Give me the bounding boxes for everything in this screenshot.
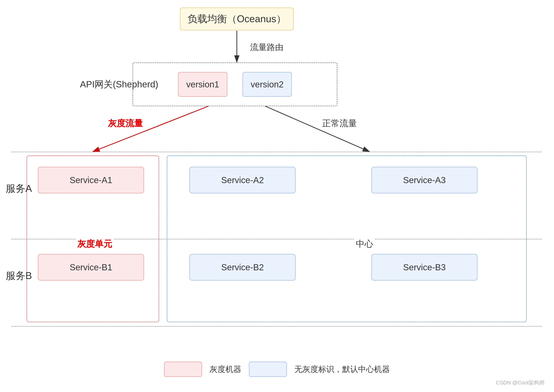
- service-b3-box: Service-B3: [371, 254, 478, 280]
- diagram-container: 负载均衡（Oceanus） 流量路由 API网关(Shepherd) versi…: [0, 0, 554, 392]
- service-a1-box: Service-A1: [38, 167, 144, 193]
- service-a2-box: Service-A2: [189, 167, 296, 193]
- version1-box: version1: [178, 72, 227, 97]
- legend-normal-machine-box: [249, 362, 287, 377]
- service-a3-box: Service-A3: [371, 167, 478, 193]
- service-a1-label: Service-A1: [70, 175, 112, 185]
- hdash-bot: [11, 326, 542, 327]
- service-a2-label: Service-A2: [221, 175, 264, 185]
- service-a-label: 服务A: [6, 182, 32, 195]
- gateway-container: API网关(Shepherd) version1 version2: [133, 63, 337, 106]
- lb-label: 负载均衡（Oceanus）: [187, 12, 286, 26]
- normal-traffic-label: 正常流量: [322, 118, 357, 129]
- service-b2-label: Service-B2: [221, 262, 264, 272]
- service-b1-box: Service-B1: [38, 254, 144, 280]
- service-b1-label: Service-B1: [70, 262, 112, 272]
- version2-box: version2: [242, 72, 292, 97]
- traffic-routing-label: 流量路由: [250, 42, 284, 53]
- service-b3-label: Service-B3: [403, 262, 446, 272]
- center-unit-label: 中心: [354, 238, 375, 250]
- hdash-top: [11, 152, 542, 152]
- watermark: CSDN @Cool架构师: [496, 379, 545, 386]
- gateway-label: API网关(Shepherd): [80, 78, 158, 91]
- legend-gray-machine-box: [164, 362, 202, 377]
- legend: 灰度机器 无灰度标识，默认中心机器: [164, 362, 390, 377]
- gray-traffic-label: 灰度流量: [108, 118, 143, 129]
- legend-gray-machine-label: 灰度机器: [209, 364, 241, 375]
- version2-label: version2: [251, 79, 284, 90]
- version1-label: version1: [186, 79, 219, 90]
- service-b-label: 服务B: [6, 269, 32, 282]
- lb-box: 负载均衡（Oceanus）: [180, 7, 294, 30]
- legend-normal-machine-label: 无灰度标识，默认中心机器: [294, 364, 390, 375]
- service-b2-box: Service-B2: [189, 254, 296, 280]
- gray-unit-label: 灰度单元: [76, 238, 114, 250]
- service-a3-label: Service-A3: [403, 175, 446, 185]
